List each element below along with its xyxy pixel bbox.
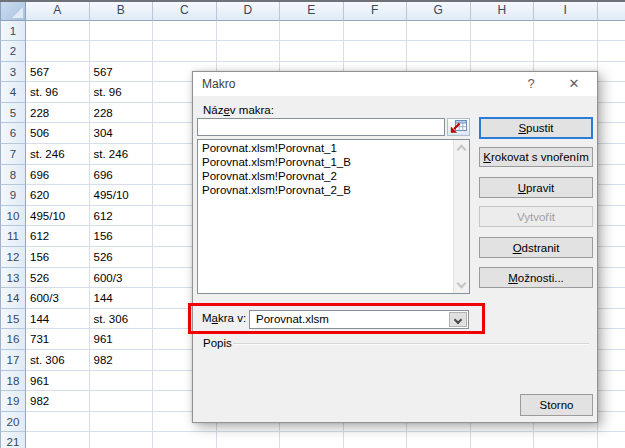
row-header-9[interactable]: 9	[0, 185, 26, 206]
cell-B14[interactable]: 144	[90, 288, 154, 309]
cell-B18[interactable]	[90, 371, 154, 392]
column-header-G[interactable]: G	[407, 2, 471, 21]
cell-A6[interactable]: 506	[26, 123, 90, 144]
macro-listbox[interactable]: Porovnat.xlsm!Porovnat_1Porovnat.xlsm!Po…	[197, 139, 470, 294]
column-header-partial[interactable]	[598, 2, 625, 21]
cell-D1[interactable]	[217, 21, 281, 42]
row-header-18[interactable]: 18	[0, 371, 26, 392]
cell-B3[interactable]: 567	[90, 62, 154, 83]
cell-A7[interactable]: st. 246	[26, 144, 90, 165]
cell-A9[interactable]: 620	[26, 185, 90, 206]
cell-X10[interactable]	[598, 206, 625, 227]
cell-X17[interactable]	[598, 350, 625, 371]
cell-I2[interactable]	[534, 41, 598, 62]
cell-B7[interactable]: st. 246	[90, 144, 154, 165]
cancel-button[interactable]: Storno	[520, 394, 593, 416]
cell-A14[interactable]: 600/3	[26, 288, 90, 309]
cell-A13[interactable]: 526	[26, 268, 90, 289]
cell-I21[interactable]	[534, 432, 598, 448]
cell-A12[interactable]: 156	[26, 247, 90, 268]
step-into-button[interactable]: Krokovat s vnořením	[479, 147, 593, 167]
cell-X8[interactable]	[598, 165, 625, 186]
cell-X12[interactable]	[598, 247, 625, 268]
cell-X2[interactable]	[598, 41, 625, 62]
row-header-8[interactable]: 8	[0, 165, 26, 186]
cell-F21[interactable]	[344, 432, 408, 448]
column-header-B[interactable]: B	[90, 2, 154, 21]
help-icon[interactable]: ?	[516, 72, 546, 96]
cell-C1[interactable]	[153, 21, 217, 42]
cell-B16[interactable]: 961	[90, 329, 154, 350]
cell-B8[interactable]: 696	[90, 165, 154, 186]
cell-B15[interactable]: st. 306	[90, 309, 154, 330]
cell-B17[interactable]: 982	[90, 350, 154, 371]
cell-A16[interactable]: 731	[26, 329, 90, 350]
cell-A1[interactable]	[26, 21, 90, 42]
cell-G21[interactable]	[407, 432, 471, 448]
cell-B19[interactable]	[90, 391, 154, 412]
column-header-A[interactable]: A	[26, 2, 90, 21]
cell-B13[interactable]: 600/3	[90, 268, 154, 289]
cell-X1[interactable]	[598, 21, 625, 42]
row-header-10[interactable]: 10	[0, 206, 26, 227]
cell-B1[interactable]	[90, 21, 154, 42]
row-header-20[interactable]: 20	[0, 412, 26, 433]
cell-I1[interactable]	[534, 21, 598, 42]
cell-B21[interactable]	[90, 432, 154, 448]
run-button[interactable]: Spustit	[479, 117, 593, 139]
dialog-titlebar[interactable]: Makro ? ✕	[193, 72, 597, 96]
column-header-H[interactable]: H	[471, 2, 535, 21]
row-header-7[interactable]: 7	[0, 144, 26, 165]
column-header-C[interactable]: C	[153, 2, 217, 21]
column-header-D[interactable]: D	[217, 2, 281, 21]
row-header-16[interactable]: 16	[0, 329, 26, 350]
column-header-I[interactable]: I	[534, 2, 598, 21]
cell-E21[interactable]	[280, 432, 344, 448]
cell-C2[interactable]	[153, 41, 217, 62]
close-icon[interactable]: ✕	[559, 72, 589, 96]
cell-X4[interactable]	[598, 82, 625, 103]
cell-A21[interactable]	[26, 432, 90, 448]
cell-F1[interactable]	[344, 21, 408, 42]
cell-B12[interactable]: 526	[90, 247, 154, 268]
row-header-2[interactable]: 2	[0, 41, 26, 62]
macro-list-item[interactable]: Porovnat.xlsm!Porovnat_2_B	[198, 183, 452, 197]
cell-X11[interactable]	[598, 226, 625, 247]
cell-D21[interactable]	[217, 432, 281, 448]
macro-list-item[interactable]: Porovnat.xlsm!Porovnat_1	[198, 141, 452, 155]
cell-A4[interactable]: st. 96	[26, 82, 90, 103]
cell-A15[interactable]: 144	[26, 309, 90, 330]
cell-A20[interactable]	[26, 412, 90, 433]
row-header-12[interactable]: 12	[0, 247, 26, 268]
cell-X5[interactable]	[598, 103, 625, 124]
cell-H21[interactable]	[471, 432, 535, 448]
macro-list-item[interactable]: Porovnat.xlsm!Porovnat_1_B	[198, 155, 452, 169]
cell-A11[interactable]: 612	[26, 226, 90, 247]
cell-X3[interactable]	[598, 62, 625, 83]
row-header-3[interactable]: 3	[0, 62, 26, 83]
cell-E1[interactable]	[280, 21, 344, 42]
range-select-button[interactable]	[447, 118, 470, 136]
cell-X6[interactable]	[598, 123, 625, 144]
cell-X9[interactable]	[598, 185, 625, 206]
row-header-15[interactable]: 15	[0, 309, 26, 330]
cell-A8[interactable]: 696	[26, 165, 90, 186]
select-all-corner[interactable]	[0, 2, 26, 21]
row-header-19[interactable]: 19	[0, 391, 26, 412]
cell-H2[interactable]	[471, 41, 535, 62]
cell-H1[interactable]	[471, 21, 535, 42]
cell-G1[interactable]	[407, 21, 471, 42]
cell-B20[interactable]	[90, 412, 154, 433]
row-header-1[interactable]: 1	[0, 21, 26, 42]
cell-F2[interactable]	[344, 41, 408, 62]
options-button[interactable]: Možnosti...	[479, 267, 593, 288]
cell-B9[interactable]: 495/10	[90, 185, 154, 206]
cell-B10[interactable]: 612	[90, 206, 154, 227]
row-header-11[interactable]: 11	[0, 226, 26, 247]
cell-B5[interactable]: 228	[90, 103, 154, 124]
cell-X7[interactable]	[598, 144, 625, 165]
cell-B6[interactable]: 304	[90, 123, 154, 144]
column-header-F[interactable]: F	[344, 2, 408, 21]
row-header-13[interactable]: 13	[0, 268, 26, 289]
listbox-scrollbar[interactable]	[453, 140, 469, 293]
